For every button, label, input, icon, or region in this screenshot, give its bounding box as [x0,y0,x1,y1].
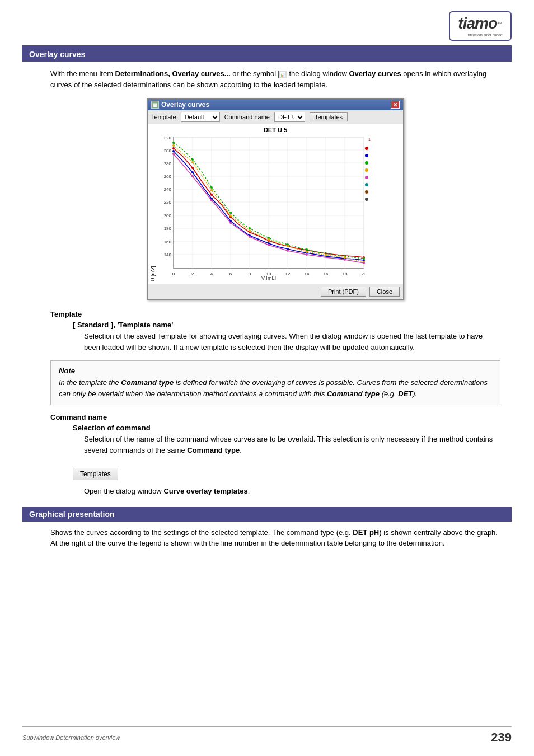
svg-point-69 [210,186,213,189]
cmd-desc-text: Selection of the name of the command who… [84,435,493,454]
chart-inner: U [mV] [150,134,401,281]
templates-description: Open the dialog window Curve overlay tem… [84,486,500,497]
svg-point-48 [210,194,213,196]
svg-text:14: 14 [305,271,310,276]
graphical-content: Shows the curves according to the settin… [22,527,512,549]
svg-point-71 [249,227,251,229]
intro-text-before: With the menu item [50,69,115,78]
cmd-desc-end: . [240,446,242,454]
logo-text: tiamo [458,15,497,32]
svg-point-85 [325,254,327,256]
svg-point-101 [365,161,368,165]
templates-desc-text: Open the dialog window [84,487,163,495]
template-sublabel: [ Standard ], 'Template name' [73,321,500,329]
graphical-title: Graphical presentation [29,510,114,519]
svg-point-77 [172,144,175,147]
intro-text-middle: or the symbol [231,69,278,78]
cmd-bold: Command type [187,446,240,454]
logo-box: tiamo™ titration and more [449,11,512,41]
svg-point-93 [268,244,270,246]
svg-point-97 [363,262,365,264]
svg-point-90 [210,199,213,201]
templates-toolbar-button[interactable]: Templates [310,112,348,121]
svg-point-81 [249,229,251,232]
svg-point-67 [172,142,175,144]
command-name-select[interactable]: DET U 5 [274,112,305,122]
overlay-icon: 📊 [278,71,287,78]
template-section: Template [ Standard ], 'Template name' S… [50,310,500,353]
page-container: tiamo™ titration and more Overlay curves… [0,0,534,756]
svg-point-92 [249,236,251,238]
svg-point-46 [172,147,175,149]
graphical-text-1: Shows the curves according to the settin… [50,528,353,537]
section-header: Overlay curves [22,45,512,62]
svg-point-80 [229,214,232,217]
svg-text:140: 140 [164,252,172,257]
note-bold1: Command type [121,378,174,387]
svg-point-91 [229,222,232,224]
chart-svg: 320 300 280 260 240 220 200 180 160 140 [157,134,375,280]
dialog-title: Overlay curves [161,101,209,109]
svg-point-79 [210,189,213,191]
templates-button[interactable]: Templates [73,468,118,480]
svg-point-106 [365,198,368,201]
template-label: Template [151,114,176,120]
svg-point-105 [365,190,368,194]
svg-text:160: 160 [164,240,172,245]
svg-point-104 [365,183,368,186]
svg-text:200: 200 [164,213,172,218]
dialog-icon: ▦ [151,101,159,109]
svg-text:12: 12 [285,271,291,276]
intro-menu-item: Determinations, Overlay curves... [115,69,231,78]
close-button[interactable]: Close [369,287,400,297]
svg-point-76 [363,257,365,260]
section-title: Overlay curves [29,50,85,59]
svg-text:20: 20 [362,271,367,276]
print-pdf-button[interactable]: Print (PDF) [321,287,366,297]
svg-point-86 [344,256,346,259]
intro-paragraph: With the menu item Determinations, Overl… [50,68,500,90]
svg-point-100 [365,154,368,157]
svg-text:8: 8 [249,271,251,276]
command-name-section: Command name Selection of command Select… [50,413,500,456]
graphical-section-header: Graphical presentation [22,507,512,522]
template-select[interactable]: Default [181,112,220,122]
svg-point-94 [287,250,289,252]
svg-text:0: 0 [172,271,175,276]
graphical-description: Shows the curves according to the settin… [50,527,500,549]
svg-text:18: 18 [343,271,348,276]
svg-point-74 [306,248,308,251]
svg-point-95 [306,253,308,256]
note-bold2: Command type [327,389,380,398]
footer-left: Subwindow Determination overview [22,734,120,741]
svg-point-68 [191,158,194,161]
svg-text:16: 16 [324,271,329,276]
template-label-heading: Template [50,310,500,318]
svg-point-70 [229,212,232,214]
note-bold3: DET [398,389,413,398]
note-text-4: ). [413,389,417,398]
header: tiamo™ titration and more [22,11,512,41]
svg-point-82 [268,238,270,241]
svg-point-58 [191,171,194,173]
chart-container: DET U 5 U [mV] [148,124,403,284]
logo-subtitle: titration and more [458,32,503,37]
svg-point-89 [191,175,194,177]
dialog-close-button[interactable]: ✕ [391,101,400,109]
svg-text:V [mL]: V [mL] [261,275,276,280]
svg-text:320: 320 [164,135,172,140]
graphical-bold1: DET pH [353,528,379,537]
svg-text:1: 1 [368,138,371,142]
svg-point-78 [191,161,194,163]
logo-tm: ™ [497,21,503,27]
svg-text:6: 6 [229,271,232,276]
svg-text:260: 260 [164,174,172,179]
note-box: Note In the template the Command type is… [50,360,500,405]
chart-title: DET U 5 [150,126,401,133]
template-description: Selection of the saved Template for show… [84,331,500,353]
svg-text:4: 4 [210,271,213,276]
svg-text:280: 280 [164,161,172,166]
templates-desc-end: . [248,487,250,495]
command-name-heading: Command name [50,413,500,421]
note-title: Note [59,367,492,375]
